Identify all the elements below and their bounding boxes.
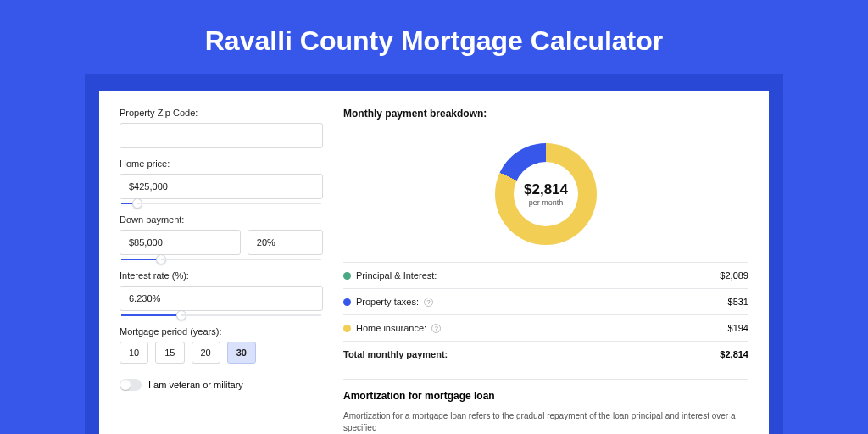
breakdown-value: $2,089 xyxy=(720,270,748,281)
interest-rate-label: Interest rate (%): xyxy=(120,270,323,281)
donut-center: $2,814 per month xyxy=(514,162,578,226)
donut-sub: per month xyxy=(529,198,564,207)
period-label: Mortgage period (years): xyxy=(120,326,323,337)
breakdown-row-principal: Principal & Interest: $2,089 xyxy=(343,262,748,288)
inner-band: Property Zip Code: Home price: Down paym… xyxy=(85,74,783,434)
zip-block: Property Zip Code: xyxy=(120,108,323,148)
home-price-slider[interactable] xyxy=(121,203,321,204)
donut-amount: $2,814 xyxy=(524,181,568,198)
veteran-toggle-row: I am veteran or military xyxy=(120,379,323,391)
dot-icon xyxy=(343,325,351,332)
page-title: Ravalli County Mortgage Calculator xyxy=(0,0,868,74)
zip-label: Property Zip Code: xyxy=(120,108,323,118)
period-block: Mortgage period (years): 10 15 20 30 xyxy=(120,326,323,364)
breakdown-total-value: $2,814 xyxy=(720,349,748,359)
breakdown-row-total: Total monthly payment: $2,814 xyxy=(343,341,748,367)
home-price-block: Home price: xyxy=(120,159,323,204)
breakdown-total-label: Total monthly payment: xyxy=(343,349,448,359)
breakdown-label: Property taxes: xyxy=(356,297,419,307)
period-option-20[interactable]: 20 xyxy=(192,342,220,364)
home-price-label: Home price: xyxy=(120,159,323,169)
period-option-10[interactable]: 10 xyxy=(120,342,148,364)
veteran-toggle[interactable] xyxy=(120,379,142,391)
down-payment-label: Down payment: xyxy=(120,214,323,225)
slider-thumb-icon[interactable] xyxy=(156,254,166,264)
veteran-label: I am veteran or military xyxy=(148,380,243,390)
slider-thumb-icon[interactable] xyxy=(132,198,142,209)
breakdown-column: Monthly payment breakdown: $2,814 per mo… xyxy=(343,108,748,434)
home-price-input[interactable] xyxy=(120,174,323,199)
breakdown-value: $194 xyxy=(728,323,748,333)
period-options: 10 15 20 30 xyxy=(120,342,323,364)
down-payment-percent-input[interactable] xyxy=(248,230,323,255)
interest-rate-slider[interactable] xyxy=(121,314,321,316)
help-icon[interactable]: ? xyxy=(431,324,441,333)
down-payment-slider[interactable] xyxy=(121,259,321,260)
dot-icon xyxy=(343,298,351,306)
breakdown-row-insurance: Home insurance: ? $194 xyxy=(343,314,748,341)
breakdown-row-taxes: Property taxes: ? $531 xyxy=(343,288,748,314)
breakdown-donut-chart: $2,814 per month xyxy=(495,143,597,245)
slider-thumb-icon[interactable] xyxy=(176,310,186,320)
input-column: Property Zip Code: Home price: Down paym… xyxy=(120,108,323,434)
breakdown-value: $531 xyxy=(728,297,748,307)
interest-rate-input[interactable] xyxy=(120,286,323,311)
amortization-text: Amortization for a mortgage loan refers … xyxy=(343,410,748,434)
down-payment-block: Down payment: xyxy=(120,214,323,260)
breakdown-label: Home insurance: xyxy=(356,323,426,333)
breakdown-label: Principal & Interest: xyxy=(356,270,437,281)
help-icon[interactable]: ? xyxy=(424,298,433,307)
calculator-panel: Property Zip Code: Home price: Down paym… xyxy=(99,91,769,434)
period-option-15[interactable]: 15 xyxy=(155,342,184,364)
breakdown-heading: Monthly payment breakdown: xyxy=(343,108,748,128)
dot-icon xyxy=(343,272,351,280)
period-option-30[interactable]: 30 xyxy=(227,342,256,364)
interest-rate-block: Interest rate (%): xyxy=(120,270,323,316)
down-payment-amount-input[interactable] xyxy=(120,230,241,255)
zip-input[interactable] xyxy=(120,123,323,148)
amortization-heading: Amortization for mortgage loan xyxy=(343,379,748,402)
